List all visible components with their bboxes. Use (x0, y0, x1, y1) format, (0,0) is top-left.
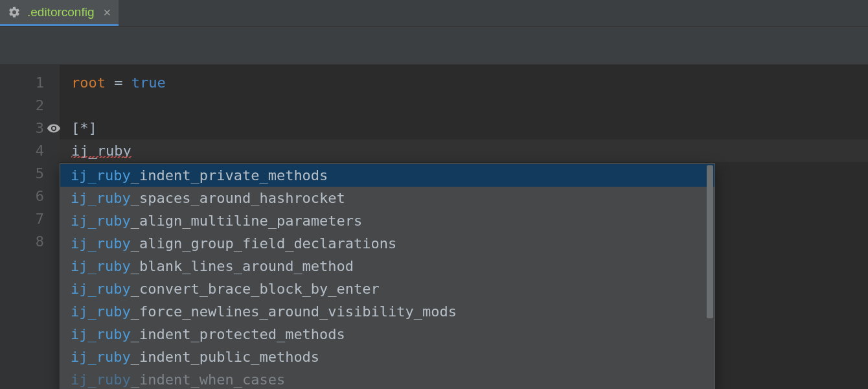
item-rest: _align_multiline_parameters (131, 209, 363, 232)
gutter-row: 5 (0, 162, 60, 185)
gutter-row: 6 (0, 185, 60, 207)
match-prefix: ij_ruby (71, 209, 131, 232)
tok-glob: * (80, 120, 88, 136)
gutter: 1 2 3 4 5 6 7 8 (0, 65, 60, 389)
tok-bracket: [ (71, 120, 80, 136)
autocomplete-item[interactable]: ij_ruby_convert_brace_block_by_enter (60, 277, 714, 300)
autocomplete-item[interactable]: ij_ruby_align_group_field_declarations (60, 232, 714, 255)
autocomplete-item[interactable]: ij_ruby_spaces_around_hashrocket (60, 187, 714, 209)
item-rest: _indent_protected_methods (131, 323, 345, 346)
match-prefix: ij_ruby (71, 255, 131, 277)
autocomplete-item[interactable]: ij_ruby_indent_protected_methods (60, 323, 714, 346)
item-rest: _blank_lines_around_method (131, 255, 354, 277)
item-rest: _indent_when_cases (131, 368, 285, 389)
gear-icon (8, 6, 21, 19)
match-prefix: ij_ruby (71, 164, 131, 187)
scrollbar-thumb[interactable] (707, 165, 713, 318)
gutter-row: 8 (0, 230, 60, 253)
line-number: 2 (31, 94, 44, 117)
line-number: 5 (31, 162, 44, 185)
line-number: 4 (31, 139, 44, 162)
gutter-row: 2 (0, 94, 60, 117)
item-rest: _spaces_around_hashrocket (131, 187, 345, 209)
autocomplete-item[interactable]: ij_ruby_blank_lines_around_method (60, 255, 714, 277)
item-rest: _indent_public_methods (131, 346, 319, 368)
match-prefix: ij_ruby (71, 323, 131, 346)
code-line[interactable]: root = true (71, 71, 868, 94)
item-rest: _align_group_field_declarations (131, 232, 397, 255)
gutter-row: 4 (0, 139, 60, 162)
line-number: 3 (31, 117, 44, 139)
tab-editorconfig[interactable]: .editorconfig × (0, 0, 119, 26)
close-icon[interactable]: × (101, 6, 111, 19)
tok-text: ij_ruby (71, 143, 131, 159)
error-underline-icon (71, 156, 131, 158)
code-line-current[interactable]: ij_ruby (60, 139, 868, 162)
eye-icon[interactable] (47, 121, 61, 136)
breadcrumb-bar (0, 26, 868, 65)
code-line[interactable]: [*] (71, 117, 868, 139)
item-rest: _force_newlines_around_visibility_mods (131, 300, 457, 323)
autocomplete-item[interactable]: ij_ruby_indent_public_methods (60, 346, 714, 368)
line-number: 1 (31, 71, 44, 94)
autocomplete-item[interactable]: ij_ruby_indent_when_cases (60, 368, 714, 389)
autocomplete-item[interactable]: ij_ruby_force_newlines_around_visibility… (60, 300, 714, 323)
gutter-row: 1 (0, 71, 60, 94)
tok-op: = (106, 75, 131, 91)
line-number: 6 (31, 185, 44, 207)
tok-key: root (71, 75, 106, 91)
autocomplete-item[interactable]: ij_ruby_indent_private_methods (60, 164, 714, 187)
match-prefix: ij_ruby (71, 346, 131, 368)
match-prefix: ij_ruby (71, 368, 131, 389)
match-prefix: ij_ruby (71, 277, 131, 300)
gutter-row: 7 (0, 207, 60, 230)
editor[interactable]: 1 2 3 4 5 6 7 8 root = true [*] ij_ruby … (0, 65, 868, 389)
match-prefix: ij_ruby (71, 187, 131, 209)
autocomplete-item[interactable]: ij_ruby_align_multiline_parameters (60, 209, 714, 232)
tab-filename-label: .editorconfig (27, 5, 95, 19)
code-line[interactable] (71, 94, 868, 117)
line-number: 8 (31, 230, 44, 253)
gutter-row: 3 (0, 117, 60, 139)
tok-bracket: ] (89, 120, 97, 136)
match-prefix: ij_ruby (71, 232, 131, 255)
tab-bar: .editorconfig × (0, 0, 868, 26)
match-prefix: ij_ruby (71, 300, 131, 323)
item-rest: _convert_brace_block_by_enter (131, 277, 380, 300)
item-rest: _indent_private_methods (131, 164, 328, 187)
tok-bool: true (131, 75, 166, 91)
line-number: 7 (31, 207, 44, 230)
autocomplete-popup[interactable]: ij_ruby_indent_private_methods ij_ruby_s… (60, 163, 715, 389)
